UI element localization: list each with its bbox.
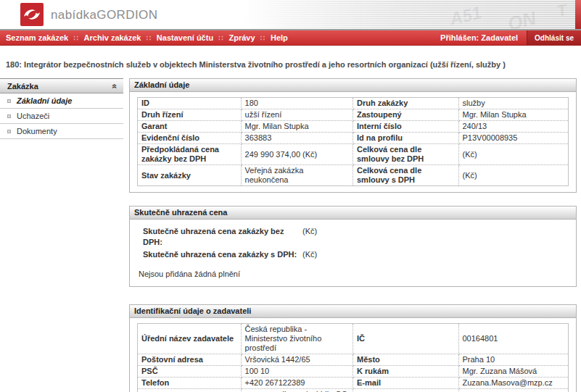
- field-value: Praha 10: [458, 354, 569, 366]
- field-label: Adresa kupujícího: [138, 389, 242, 392]
- panel-title: Základní údaje: [130, 79, 576, 92]
- sidebar-item-label: Základní údaje: [17, 96, 72, 105]
- field-value: P13V00008935: [458, 133, 569, 144]
- field-value: (Kč): [458, 144, 569, 165]
- empty-note: Nejsou přidána žádná plnění: [139, 269, 569, 279]
- field-value: 100 10: [241, 366, 353, 378]
- panel-identifikacni-udaje: Identifikační údaje o zadavateli Úřední …: [129, 304, 577, 392]
- nav-item-help[interactable]: Help: [271, 33, 288, 42]
- nav-item-nastaveni-uctu[interactable]: Nastavení účtu: [157, 33, 213, 42]
- field-value: užší řízení: [241, 109, 353, 121]
- field-label: Garant: [138, 121, 242, 133]
- field-label: Poštovní adresa: [138, 354, 242, 366]
- field-label: ID: [138, 98, 242, 109]
- nav-item-zpravy[interactable]: Zprávy: [228, 33, 255, 42]
- main-column: Základní údaje ID 180 Druh zakázky služb…: [129, 78, 577, 392]
- collapse-chevron-icon[interactable]: [111, 83, 120, 88]
- field-value: 363883: [241, 133, 353, 144]
- field-value: služby: [458, 98, 569, 109]
- field-value: Vršovická 1442/65: [241, 354, 353, 366]
- main-navbar: Seznam zakázek Archiv zakázek Nastavení …: [0, 30, 581, 46]
- field-label: K rukám: [353, 366, 458, 378]
- login-status: Přihlášen: Zadavatel: [440, 33, 518, 42]
- table-row: PSČ 100 10 K rukám Mgr. Zuzana Mášová: [138, 366, 569, 378]
- gordion-logo-icon[interactable]: [20, 3, 44, 26]
- panel-skutecne-uhrazena-cena: Skutečně uhrazená cena Skutečně uhrazená…: [129, 206, 577, 287]
- field-label: Stav zakázky: [138, 165, 242, 186]
- field-value: 240/13: [458, 121, 569, 133]
- contracting-authority-table: Úřední název zadavatele Česká republika …: [137, 323, 569, 392]
- field-label: Skutečně uhrazená cena zakázky bez DPH:: [143, 226, 302, 248]
- nav-item-archiv-zakazek[interactable]: Archiv zakázek: [84, 33, 141, 42]
- field-value: +420 267122389: [241, 378, 353, 389]
- nav-separator-icon: [146, 34, 151, 42]
- field-value: Česká republika - Ministerstvo životního…: [241, 324, 353, 354]
- table-row: ID 180 Druh zakázky služby: [138, 98, 569, 109]
- basic-info-table: ID 180 Druh zakázky služby Druh řízení u…: [137, 97, 569, 186]
- field-label: Předpokládaná cena zakázky bez DPH: [138, 144, 242, 165]
- field-value: 00164801: [458, 324, 569, 354]
- field-label: Druh zakázky: [353, 98, 458, 109]
- field-label: E-mail: [353, 378, 458, 389]
- field-label: Zastoupený: [353, 109, 458, 121]
- logout-button[interactable]: Odhlásit se: [527, 30, 581, 45]
- field-value: www.egordion.cz/nabidkaGORDION/profilMZP: [241, 389, 353, 392]
- banner-red-strip: [575, 0, 581, 29]
- field-value: Mgr. Milan Stupka: [241, 121, 353, 133]
- sidebar-item-zakladni-udaje[interactable]: Základní údaje: [0, 93, 123, 109]
- field-value: Zuzana.Masova@mzp.cz: [458, 378, 569, 389]
- bullet-icon: [7, 130, 11, 133]
- nav-item-seznam-zakazek[interactable]: Seznam zakázek: [6, 33, 68, 42]
- table-row: Adresa kupujícího www.egordion.cz/nabidk…: [138, 389, 569, 392]
- sidebar-group-label: Zakázka: [7, 82, 38, 91]
- field-label: Evidenční číslo: [138, 133, 242, 144]
- table-row: Druh řízení užší řízení Zastoupený Mgr. …: [138, 109, 569, 121]
- table-row: Úřední název zadavatele Česká republika …: [138, 324, 569, 354]
- field-value: Mgr. Milan Stupka: [458, 109, 569, 121]
- nav-separator-icon: [260, 34, 265, 42]
- table-row: Stav zakázky Veřejná zakázka neukončena …: [138, 165, 569, 186]
- bullet-icon: [7, 114, 11, 118]
- field-value: (Kč): [302, 226, 317, 248]
- field-value: Mgr. Zuzana Mášová: [458, 366, 569, 378]
- bullet-icon: [7, 99, 11, 103]
- field-label: Úřední název zadavatele: [138, 324, 242, 354]
- field-label: Telefon: [138, 378, 242, 389]
- table-row: Telefon +420 267122389 E-mail Zuzana.Mas…: [138, 378, 569, 389]
- table-row: Evidenční číslo 363883 Id na profilu P13…: [138, 133, 569, 144]
- nav-separator-icon: [218, 34, 223, 42]
- field-value: www.mzp.cz: [458, 389, 569, 392]
- table-row: Předpokládaná cena zakázky bez DPH 249 9…: [138, 144, 569, 165]
- sidebar-item-label: Dokumenty: [17, 127, 57, 135]
- panel-title: Identifikační údaje o zadavateli: [130, 305, 576, 318]
- field-label: Obecná adresa: [353, 389, 458, 392]
- sidebar-item-dokumenty[interactable]: Dokumenty: [0, 124, 123, 139]
- sidebar: Zakázka Základní údaje Uchazeči Dokument…: [0, 78, 123, 139]
- table-row: Garant Mgr. Milan Stupka Interní číslo 2…: [138, 121, 569, 133]
- field-label: Interní číslo: [353, 121, 458, 133]
- app-header: A51 ON T nabídkaGORDION: [0, 0, 581, 29]
- panel-zakladni-udaje: Základní údaje ID 180 Druh zakázky služb…: [129, 78, 577, 193]
- field-value: (Kč): [458, 165, 569, 186]
- field-label: Druh řízení: [138, 109, 242, 121]
- field-label: Město: [353, 354, 458, 366]
- field-value: (Kč): [302, 249, 317, 260]
- field-label: Id na profilu: [353, 133, 458, 144]
- sidebar-item-label: Uchazeči: [17, 112, 49, 120]
- field-label: PSČ: [138, 366, 242, 378]
- banner-texture: [238, 0, 575, 29]
- paid-line: Skutečně uhrazená cena zakázky bez DPH: …: [143, 226, 569, 248]
- brand-name: nabídkaGORDION: [51, 8, 157, 22]
- field-label: Celková cena dle smlouvy s DPH: [353, 165, 458, 186]
- field-value: 249 990 374,00 (Kč): [241, 144, 353, 165]
- sidebar-group-zakazka[interactable]: Zakázka: [0, 79, 123, 93]
- field-label: Skutečně uhrazená cena zakázky s DPH:: [143, 249, 302, 260]
- nav-separator-icon: [73, 34, 78, 42]
- sidebar-item-uchazeci[interactable]: Uchazeči: [0, 109, 123, 124]
- table-row: Poštovní adresa Vršovická 1442/65 Město …: [138, 354, 569, 366]
- field-label: Celková cena dle smlouvy bez DPH: [353, 144, 458, 165]
- content-area: Zakázka Základní údaje Uchazeči Dokument…: [0, 78, 581, 392]
- field-label: IČ: [353, 324, 458, 354]
- paid-line: Skutečně uhrazená cena zakázky s DPH: (K…: [143, 249, 569, 260]
- field-value: 180: [241, 98, 353, 109]
